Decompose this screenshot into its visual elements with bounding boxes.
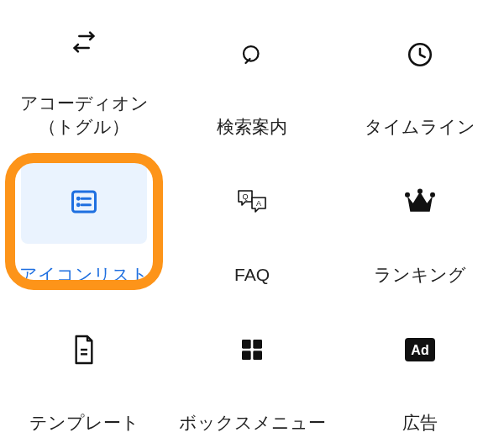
svg-rect-15 [242,340,251,349]
block-option-clock[interactable]: タイムライン [336,0,504,148]
faq-icon: QA [235,187,269,217]
block-option-crown[interactable]: ランキング [336,148,504,296]
crown-icon [403,187,437,216]
block-option-icon-list[interactable]: アイコンリスト [0,148,168,296]
block-picker-grid: アコーディオン （トグル）検索案内タイムラインアイコンリストQAFAQランキング… [0,0,504,443]
block-option-ad[interactable]: Ad広告 [336,295,504,443]
block-option-label: アコーディオン （トグル） [20,92,149,140]
svg-rect-18 [253,351,262,360]
block-option-label: ボックスメニュー [179,411,326,435]
svg-rect-16 [253,340,262,349]
svg-point-10 [405,192,410,198]
block-option-label: テンプレート [29,411,139,435]
block-option-faq[interactable]: QAFAQ [168,148,336,296]
block-option-label: 検索案内 [217,115,287,139]
block-option-label: FAQ [234,263,270,287]
icon-list-icon [69,187,99,217]
block-option-template[interactable]: テンプレート [0,295,168,443]
block-option-label: タイムライン [365,115,475,139]
block-option-label: ランキング [374,263,466,287]
block-option-search[interactable]: 検索案内 [168,0,336,148]
svg-rect-17 [242,351,251,360]
search-icon [239,42,265,67]
box-menu-icon [239,336,265,363]
block-option-label: 広告 [402,411,438,435]
toggle-icon [70,28,98,56]
svg-rect-3 [73,192,96,212]
svg-text:Ad: Ad [411,343,428,357]
svg-point-4 [77,198,79,200]
svg-point-0 [244,46,259,61]
block-option-toggle[interactable]: アコーディオン （トグル） [0,0,168,148]
svg-text:Q: Q [242,192,248,201]
svg-text:A: A [256,199,261,208]
ad-icon: Ad [403,336,437,363]
svg-point-12 [430,192,435,198]
block-option-label: アイコンリスト [19,263,149,287]
svg-point-11 [417,189,423,194]
svg-point-6 [77,204,79,206]
block-option-box-menu[interactable]: ボックスメニュー [168,295,336,443]
clock-icon [406,40,434,69]
template-icon [71,334,97,366]
